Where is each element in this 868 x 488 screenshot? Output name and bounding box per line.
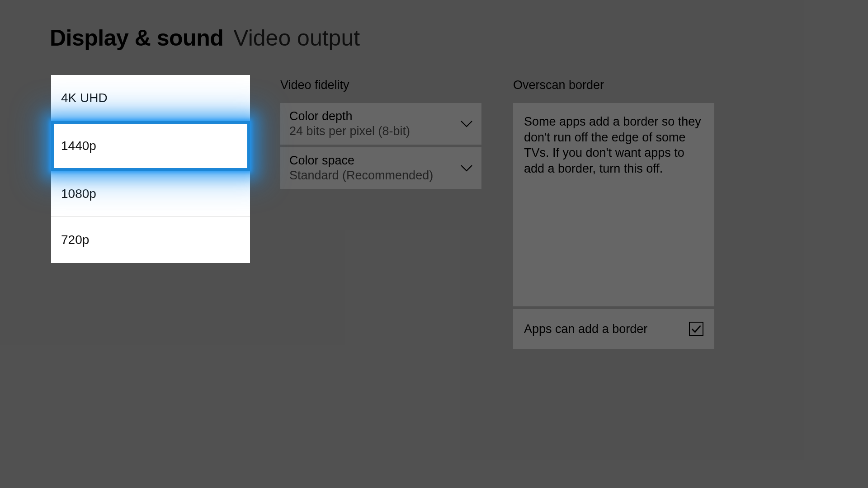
resolution-option-label: 1080p [61, 187, 96, 201]
page-subtitle: Video output [233, 25, 360, 51]
page-header: Display & sound Video output [50, 25, 818, 51]
resolution-option-label: 1440p [61, 139, 96, 153]
overscan-description: Some apps add a border so they don't run… [524, 114, 703, 176]
chevron-down-icon [461, 120, 472, 127]
color-space-value: Standard (Recommended) [289, 169, 433, 183]
color-depth-dropdown[interactable]: Color depth 24 bits per pixel (8-bit) [280, 103, 481, 145]
overscan-section-label: Overscan border [513, 78, 714, 92]
overscan-checkbox-label: Apps can add a border [524, 322, 647, 336]
column-overscan: Overscan border Some apps add a border s… [513, 78, 714, 349]
column-fidelity: Video fidelity Color depth 24 bits per p… [280, 78, 481, 349]
page-title: Display & sound [50, 25, 223, 51]
overscan-description-card: Some apps add a border so they don't run… [513, 103, 714, 306]
checkbox-icon [689, 322, 703, 336]
color-space-label: Color space [289, 154, 433, 168]
overscan-checkbox-row[interactable]: Apps can add a border [513, 309, 714, 349]
resolution-option-label: 4K UHD [61, 91, 108, 105]
color-space-dropdown[interactable]: Color space Standard (Recommended) [280, 147, 481, 189]
resolution-option-4k-uhd[interactable]: 4K UHD [51, 75, 250, 121]
resolution-option-label: 720p [61, 233, 89, 247]
fidelity-section-label: Video fidelity [280, 78, 481, 92]
chevron-down-icon [461, 164, 472, 172]
resolution-option-1080p[interactable]: 1080p [51, 171, 250, 217]
resolution-option-1440p[interactable]: 1440p [51, 121, 250, 171]
resolution-dropdown-popup: 4K UHD1440p1080p720p [51, 75, 250, 263]
color-depth-label: Color depth [289, 109, 410, 123]
color-depth-value: 24 bits per pixel (8-bit) [289, 124, 410, 138]
resolution-option-720p[interactable]: 720p [51, 217, 250, 263]
